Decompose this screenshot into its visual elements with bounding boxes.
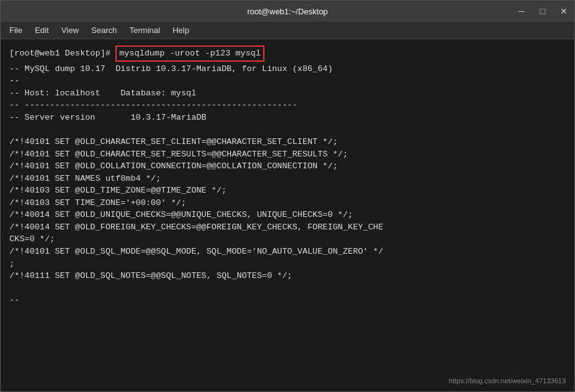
output-line-8: /*!40101 SET @OLD_COLLATION_CONNECTION=@… [9,160,566,173]
output-line-9: /*!40101 SET NAMES utf8mb4 */; [9,173,566,185]
output-line-12: /*!40014 SET @OLD_UNIQUE_CHECKS=@@UNIQUE… [9,209,566,221]
output-line-2: -- [9,75,566,87]
output-line-3: -- Host: localhost Database: mysql [9,87,566,100]
output-line-blank-1 [9,123,566,136]
output-line-blank-2 [9,282,566,295]
terminal-prompt: [root@web1 Desktop]# [9,47,115,60]
close-button[interactable]: ✕ [553,1,574,22]
output-line-5: -- Server version 10.3.17-MariaDB [9,112,566,124]
output-line-18: -- [9,294,566,307]
menu-help[interactable]: Help [167,24,196,37]
output-line-1: -- MySQL dump 10.17 Distrib 10.3.17-Mari… [9,63,566,75]
command-line: [root@web1 Desktop]# mysqldump -uroot -p… [9,45,566,62]
minimize-button[interactable]: ─ [511,1,532,22]
output-line-6: /*!40101 SET @OLD_CHARACTER_SET_CLIENT=@… [9,136,566,148]
menu-file[interactable]: File [3,24,29,37]
output-line-7: /*!40101 SET @OLD_CHARACTER_SET_RESULTS=… [9,148,566,161]
window-title: root@web1:~/Desktop [247,7,327,16]
menu-terminal[interactable]: Terminal [123,24,167,37]
menu-view[interactable]: View [55,24,85,37]
output-line-15: /*!40101 SET @OLD_SQL_MODE=@@SQL_MODE, S… [9,246,566,258]
terminal-window: root@web1:~/Desktop ─ □ ✕ File Edit View… [0,0,575,392]
title-bar: root@web1:~/Desktop ─ □ ✕ [1,1,574,22]
output-line-14: CKS=0 */; [9,233,566,246]
output-line-16: ; [9,258,566,270]
menu-bar: File Edit View Search Terminal Help [1,22,574,39]
terminal-body[interactable]: [root@web1 Desktop]# mysqldump -uroot -p… [1,39,574,391]
menu-edit[interactable]: Edit [29,24,55,37]
output-line-17: /*!40111 SET @OLD_SQL_NOTES=@@SQL_NOTES,… [9,270,566,282]
output-line-11: /*!40103 SET TIME_ZONE='+00:00' */; [9,197,566,209]
output-line-13: /*!40014 SET @OLD_FOREIGN_KEY_CHECKS=@@F… [9,221,566,234]
url-credit: https://blog.csdn.net/weixin_47133613 [449,376,566,386]
window-controls: ─ □ ✕ [511,1,574,22]
menu-search[interactable]: Search [85,24,123,37]
output-line-10: /*!40103 SET @OLD_TIME_ZONE=@@TIME_ZONE … [9,184,566,197]
output-line-4: -- -------------------------------------… [9,99,566,112]
maximize-button[interactable]: □ [532,1,553,22]
terminal-command: mysqldump -uroot -p123 mysql [115,45,264,62]
